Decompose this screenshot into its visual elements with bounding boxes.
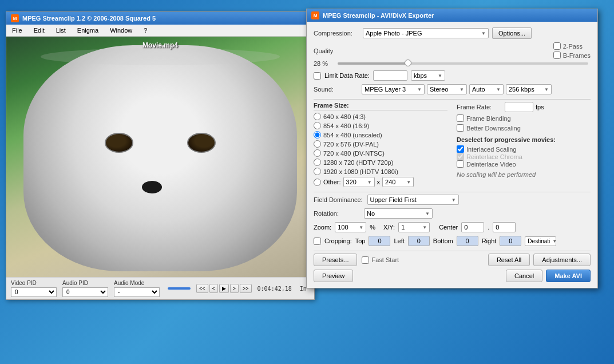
frame-other-radio[interactable] [314,179,321,186]
video-pid-select[interactable]: 0 [11,287,57,297]
frame-720-ntsc-radio[interactable] [314,149,321,157]
frame-size-col: Frame Size: 640 x 480 (4:3) 854 x 480 (1… [314,102,447,189]
other-width-dropdown[interactable]: 320 ▼ [343,177,375,187]
frame-1280-radio[interactable] [314,159,321,166]
fps-label: fps [536,104,544,110]
frame-854-unscaled-row: 854 x 480 (unscaled) [314,131,447,139]
dialog-icon: M [311,11,319,19]
audio-pid-select[interactable]: 0 [62,287,108,297]
sound-rate-dropdown[interactable]: Auto ▼ [469,84,504,94]
compression-row: Compression: Apple Photo - JPEG ▼ Option… [314,27,591,39]
frame-640-label: 640 x 480 (4:3) [323,113,366,120]
better-downscaling-checkbox[interactable] [457,124,464,132]
fast-start-label: Fast Start [371,256,399,263]
frame-rate-input[interactable] [505,102,533,112]
audio-mode-select[interactable]: - [114,287,160,297]
cropping-row: Cropping: Top Left Bottom Right Destinat… [314,236,591,246]
frame-1920-radio[interactable] [314,168,321,175]
frame-640-radio[interactable] [314,113,321,120]
destination-dropdown[interactable]: Destinati ▼ [525,236,556,246]
progressive-section: Deselect for progressive movies: Interla… [457,136,591,178]
menu-file[interactable]: File [9,26,26,35]
frame-size-label: Frame Size: [314,102,447,110]
crop-left-input[interactable] [408,236,430,246]
cropping-checkbox[interactable] [314,238,321,245]
quality-slider[interactable] [338,62,588,65]
rotation-row: Rotation: No ▼ [314,208,591,219]
deinterlace-video-checkbox[interactable] [457,160,464,168]
play-button[interactable]: ▶ [219,284,229,293]
skip-back-button[interactable]: << [196,284,208,293]
audio-pid-group: Audio PID 0 [62,280,108,297]
options-button[interactable]: Options... [492,27,532,39]
zoom-row: Zoom: 100 ▼ % X/Y: 1 ▼ Center . [314,222,591,232]
field-dominance-dropdown[interactable]: Upper Field First ▼ [367,195,459,205]
bottom-bar: Video PID 0 Audio PID 0 Audio Mode - << … [6,277,314,299]
datarate-input[interactable] [373,70,407,81]
compression-arrow-icon: ▼ [481,31,486,36]
zoom-percent: % [370,224,375,231]
frame-1920-label: 1920 x 1080 (HDTV 1080i) [323,168,398,175]
zoom-dropdown[interactable]: 100 ▼ [335,222,366,232]
center-y-input[interactable] [493,222,516,232]
field-dominance-arrow-icon: ▼ [451,197,456,203]
frame-854-169-radio[interactable] [314,122,321,129]
make-avi-button[interactable]: Make AVI [546,270,591,282]
scaling-note: No scaling will be performed [457,171,591,178]
frame-blending-row: Frame Blending [457,114,591,122]
zoom-value: 100 [338,224,348,231]
compression-value: Apple Photo - JPEG [366,30,422,37]
center-x-input[interactable] [461,222,484,232]
rotation-dropdown[interactable]: No ▼ [364,208,433,219]
preview-button[interactable]: Preview [314,270,353,282]
frame-720-pal-radio[interactable] [314,140,321,148]
menu-enigma[interactable]: Enigma [74,26,102,35]
sound-codec-arrow-icon: ▼ [417,87,422,92]
cancel-button[interactable]: Cancel [506,270,542,282]
other-height-dropdown[interactable]: 240 ▼ [382,177,414,187]
transport-buttons: << < ▶ > >> [196,284,252,293]
menu-edit[interactable]: Edit [30,26,48,35]
two-pass-label: 2-Pass [563,43,583,50]
other-width-arrow-icon: ▼ [367,180,372,185]
xy-dropdown[interactable]: 1 ▼ [398,222,430,232]
prev-frame-button[interactable]: < [209,284,218,293]
sound-label: Sound: [314,86,359,93]
sound-bitrate-arrow-icon: ▼ [544,87,549,92]
kbps-dropdown[interactable]: kbps ▼ [411,70,445,81]
menu-list[interactable]: List [53,26,69,35]
frame-854-unscaled-radio[interactable] [314,131,321,139]
rotation-label: Rotation: [314,210,359,217]
compression-dropdown[interactable]: Apple Photo - JPEG ▼ [363,28,489,38]
sound-channels-dropdown[interactable]: Stereo ▼ [427,84,467,94]
sound-bitrate-dropdown[interactable]: 256 kbps ▼ [506,84,552,94]
quality-row: Quality 2-Pass B-Frames 28 % [314,42,591,67]
frame-checkboxes: Frame Blending Better Downscaling [457,114,591,132]
b-frames-checkbox[interactable] [553,52,561,59]
presets-button[interactable]: Presets... [314,254,357,266]
menu-help[interactable]: ? [140,26,150,35]
menu-window[interactable]: Window [106,26,136,35]
frame-720-pal-label: 720 x 576 (DV-PAL) [323,141,379,148]
skip-forward-button[interactable]: >> [240,284,252,293]
frame-blending-checkbox[interactable] [457,114,464,122]
crop-bottom-input[interactable] [457,236,478,246]
reinterlace-chroma-row: Reinterlace Chroma [457,153,591,160]
reset-all-button[interactable]: Reset All [488,254,530,266]
audio-mode-label: Audio Mode [114,280,160,286]
interlaced-scaling-checkbox[interactable] [457,145,464,153]
field-dominance-row: Field Dominance: Upper Field First ▼ [314,195,591,205]
volume-slider[interactable] [168,287,191,290]
field-dominance-label: Field Dominance: [314,196,363,203]
progressive-label: Deselect for progressive movies: [457,136,591,143]
bottom-buttons: Presets... Fast Start Reset All Adjustme… [314,254,591,266]
limit-datarate-checkbox[interactable] [314,72,321,80]
fast-start-checkbox[interactable] [362,256,369,264]
next-frame-button[interactable]: > [230,284,239,293]
quality-label: Quality [314,48,359,54]
two-pass-checkbox[interactable] [553,42,561,50]
adjustments-button[interactable]: Adjustments... [533,254,591,266]
sound-codec-dropdown[interactable]: MPEG Layer 3 ▼ [362,84,425,94]
crop-top-input[interactable] [369,236,390,246]
crop-right-input[interactable] [500,236,521,246]
